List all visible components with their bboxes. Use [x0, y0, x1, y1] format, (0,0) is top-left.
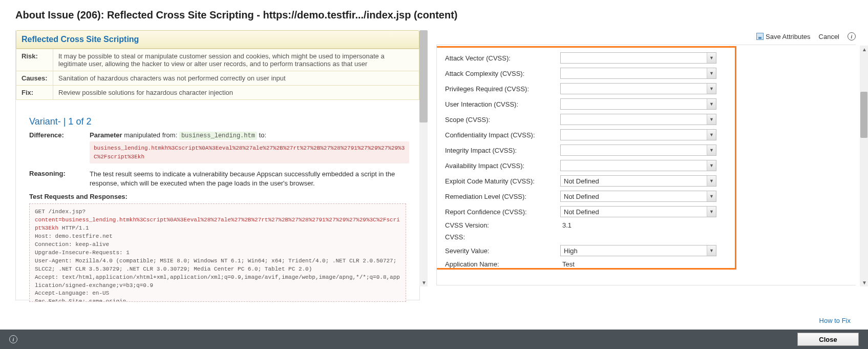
reasoning-row: Reasoning: The test result seems to indi… — [29, 170, 419, 188]
fix-label: Fix: — [16, 86, 53, 100]
attribute-label: User Interaction (CVSS): — [445, 100, 560, 108]
attribute-label: Scope (CVSS): — [445, 116, 560, 124]
attribute-select[interactable]: ▼ — [560, 83, 716, 94]
attribute-select[interactable]: High▼ — [560, 245, 716, 256]
scroll-up-icon[interactable]: ▲ — [862, 47, 867, 52]
chevron-down-icon: ▼ — [707, 114, 716, 125]
to-text: to: — [257, 131, 266, 139]
issue-header: Reflected Cross Site Scripting — [16, 30, 419, 49]
attribute-label: Integrity Impact (CVSS): — [445, 147, 560, 154]
http-headers: Host: demo.testfire.net Connection: keep… — [35, 233, 400, 302]
risk-label: Risk: — [16, 49, 53, 71]
close-button[interactable]: Close — [797, 333, 859, 346]
attribute-label: Remediation Level (CVSS): — [445, 193, 560, 200]
right-scrollbar[interactable]: ▲ ▼ — [860, 46, 868, 286]
left-scroll-thumb[interactable] — [419, 30, 428, 122]
chevron-down-icon: ▼ — [707, 176, 716, 186]
attribute-row: CVSS Version:3.1 — [445, 221, 856, 229]
how-to-fix-link[interactable]: How to Fix — [819, 317, 851, 324]
attribute-select[interactable]: Not Defined▼ — [560, 206, 716, 217]
attributes-panel: Attack Vector (CVSS):▼Attack Complexity … — [436, 45, 856, 285]
save-icon — [756, 33, 764, 40]
cancel-button[interactable]: Cancel — [819, 33, 839, 40]
attribute-label: Exploit Code Maturity (CVSS): — [445, 177, 560, 185]
fix-text: Review possible solutions for hazardous … — [53, 86, 419, 100]
causes-text: Sanitation of hazardous characters was n… — [53, 71, 419, 86]
difference-row: Difference: Parameter manipulated from: … — [29, 131, 419, 163]
issue-summary-table: Risk: It may be possible to steal or man… — [16, 49, 419, 100]
chevron-down-icon: ▼ — [707, 191, 716, 201]
http-red-param: content=business_lending.htmkh%3Cscript%… — [35, 217, 400, 231]
attribute-row: Scope (CVSS):▼ — [445, 114, 856, 125]
http-request-block: GET /index.jsp? content=business_lending… — [29, 203, 406, 302]
attribute-select[interactable]: ▼ — [560, 129, 716, 140]
attribute-row: CVSS: — [445, 233, 856, 241]
left-scrollbar[interactable]: ▼ — [419, 30, 428, 286]
attributes-list: Attack Vector (CVSS):▼Attack Complexity … — [437, 45, 856, 268]
attribute-label: CVSS Version: — [445, 221, 560, 229]
http-version: HTTP/1.1 — [58, 225, 89, 231]
scroll-down-icon[interactable]: ▼ — [421, 280, 427, 285]
to-value-block: business_lending.htmkh%3Cscript%0A%3Eeva… — [90, 141, 409, 163]
scroll-down-icon[interactable]: ▼ — [862, 280, 867, 285]
attribute-label: Report Confidence (CVSS): — [445, 208, 560, 216]
from-value: business_lending.htm — [179, 132, 257, 140]
attribute-label: Application Name: — [445, 260, 560, 268]
attribute-label: Availability Impact (CVSS): — [445, 162, 560, 170]
attribute-select[interactable]: Not Defined▼ — [560, 175, 716, 187]
fix-row: Fix: Review possible solutions for hazar… — [16, 86, 419, 100]
attribute-value: Not Defined — [564, 208, 599, 216]
footer-bar: i Close — [0, 330, 868, 349]
attribute-value: Not Defined — [564, 177, 599, 185]
attribute-value: Not Defined — [564, 193, 599, 200]
attribute-label: Privileges Required (CVSS): — [445, 85, 560, 93]
variant-title: Variant- | 1 of 2 — [29, 116, 419, 127]
attribute-value: High — [564, 247, 578, 255]
reasoning-label: Reasoning: — [29, 170, 90, 188]
attribute-select[interactable]: ▼ — [560, 98, 716, 110]
parameter-line: Parameter manipulated from: business_len… — [90, 131, 409, 139]
attribute-select[interactable]: ▼ — [560, 52, 716, 64]
attribute-row: Privileges Required (CVSS):▼ — [445, 83, 856, 94]
attribute-row: Attack Vector (CVSS):▼ — [445, 52, 856, 64]
attribute-select[interactable]: Not Defined▼ — [560, 191, 716, 202]
attribute-select[interactable]: ▼ — [560, 160, 716, 171]
chevron-down-icon: ▼ — [707, 160, 716, 171]
attribute-select[interactable]: ▼ — [560, 68, 716, 79]
attribute-row: Attack Complexity (CVSS):▼ — [445, 68, 856, 79]
info-icon[interactable]: i — [848, 32, 856, 40]
page-title: About Issue (206): Reflected Cross Site … — [0, 0, 868, 30]
test-requests-title: Test Requests and Responses: — [29, 193, 419, 200]
attribute-row: Availability Impact (CVSS):▼ — [445, 160, 856, 171]
attribute-row: Exploit Code Maturity (CVSS):Not Defined… — [445, 175, 856, 187]
risk-text: It may be possible to steal or manipulat… — [53, 49, 419, 71]
risk-row: Risk: It may be possible to steal or man… — [16, 49, 419, 71]
chevron-down-icon: ▼ — [707, 84, 716, 94]
footer-info-icon[interactable]: i — [9, 335, 17, 343]
attribute-label: Severity Value: — [445, 247, 560, 255]
attribute-static-value: Test — [560, 260, 575, 268]
attributes-pane: Save Attributes Cancel i Attack Vector (… — [436, 30, 868, 300]
attribute-row: User Interaction (CVSS):▼ — [445, 98, 856, 110]
attribute-row: Report Confidence (CVSS):Not Defined▼ — [445, 206, 856, 217]
chevron-down-icon: ▼ — [707, 207, 716, 217]
parameter-word: Parameter — [90, 131, 122, 139]
causes-label: Causes: — [16, 71, 53, 86]
reasoning-text: The test result seems to indicate a vuln… — [90, 170, 409, 188]
save-attributes-button[interactable]: Save Attributes — [756, 33, 810, 40]
issue-details-pane: Reflected Cross Site Scripting Risk: It … — [15, 30, 420, 300]
chevron-down-icon: ▼ — [707, 68, 716, 78]
save-attributes-label: Save Attributes — [766, 33, 810, 40]
attribute-label: CVSS: — [445, 233, 560, 241]
manipulated-text: manipulated from: — [122, 131, 179, 139]
chevron-down-icon: ▼ — [707, 245, 716, 256]
difference-label: Difference: — [29, 131, 90, 163]
chevron-down-icon: ▼ — [707, 53, 716, 63]
attribute-select[interactable]: ▼ — [560, 114, 716, 125]
attribute-select[interactable]: ▼ — [560, 145, 716, 156]
chevron-down-icon: ▼ — [707, 145, 716, 155]
right-scroll-thumb[interactable] — [860, 92, 867, 138]
attribute-label: Attack Vector (CVSS): — [445, 54, 560, 62]
attribute-row: Remediation Level (CVSS):Not Defined▼ — [445, 191, 856, 202]
main-container: Reflected Cross Site Scripting Risk: It … — [0, 30, 868, 300]
